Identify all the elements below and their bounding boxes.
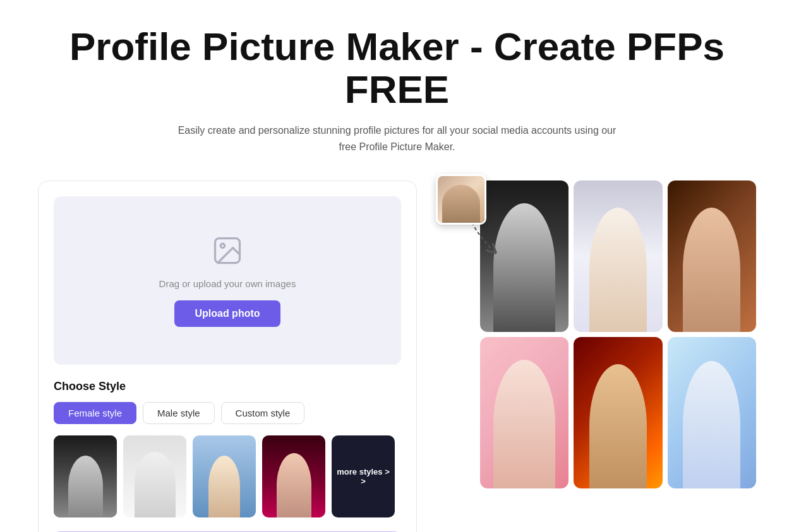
grid-item-5[interactable]	[574, 337, 662, 488]
grid-item-6[interactable]	[668, 337, 756, 488]
svg-point-1	[220, 244, 225, 248]
upload-photo-button[interactable]: Upload photo	[174, 300, 280, 327]
page-subtitle: Easily create and personalize stunning p…	[170, 122, 625, 155]
right-panel	[442, 180, 756, 488]
upload-area[interactable]: Drag or upload your own images Upload ph…	[54, 196, 401, 365]
style-tabs: Female style Male style Custom style	[54, 402, 401, 424]
style-thumb-4[interactable]	[262, 435, 325, 517]
image-grid	[480, 180, 756, 488]
grid-item-3[interactable]	[668, 180, 756, 332]
style-thumb-3[interactable]	[193, 435, 256, 517]
left-panel: Drag or upload your own images Upload ph…	[38, 180, 417, 532]
tab-male-style[interactable]: Male style	[143, 402, 215, 424]
choose-style-label: Choose Style	[54, 380, 401, 393]
tab-female-style[interactable]: Female style	[54, 402, 136, 424]
preview-photo	[436, 174, 486, 225]
tab-custom-style[interactable]: Custom style	[221, 402, 305, 424]
page-title: Profile Picture Maker - Create PFPs FREE	[38, 25, 756, 111]
grid-item-1[interactable]	[480, 180, 568, 332]
style-thumb-1[interactable]	[54, 435, 117, 517]
more-styles-label: more styles > >	[332, 462, 395, 491]
style-thumb-2[interactable]	[123, 435, 186, 517]
page-header: Profile Picture Maker - Create PFPs FREE…	[38, 25, 756, 155]
grid-item-4[interactable]	[480, 337, 568, 488]
image-icon	[211, 234, 244, 269]
main-layout: Drag or upload your own images Upload ph…	[38, 180, 756, 532]
upload-text: Drag or upload your own images	[159, 278, 296, 289]
grid-item-2[interactable]	[574, 180, 662, 332]
style-thumbnails: more styles > >	[54, 435, 401, 517]
more-styles-button[interactable]: more styles > >	[332, 435, 395, 517]
